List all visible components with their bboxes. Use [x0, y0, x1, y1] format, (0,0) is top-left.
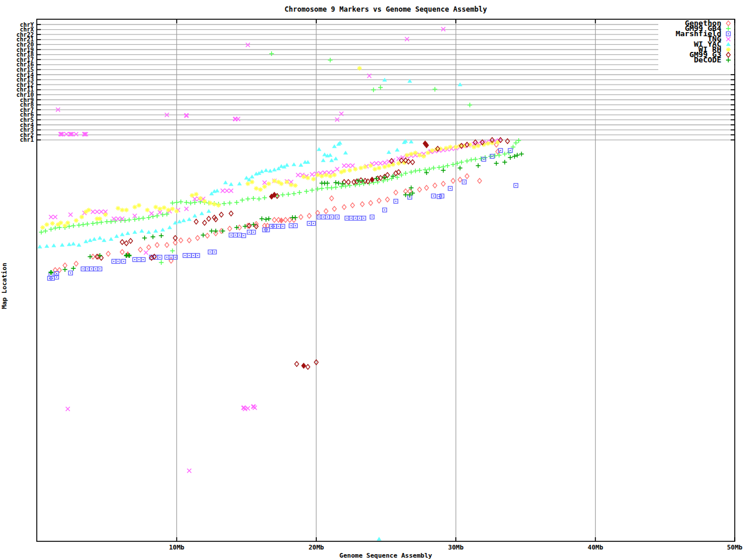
scatter-point — [167, 225, 172, 229]
scatter-point — [85, 267, 89, 271]
scatter-point — [264, 168, 268, 172]
scatter-point — [512, 154, 517, 159]
scatter-point — [246, 197, 250, 201]
scatter-point — [268, 169, 273, 173]
scatter-point — [382, 164, 387, 169]
scatter-point — [325, 186, 330, 190]
scatter-point — [441, 181, 445, 186]
scatter-point — [330, 215, 334, 219]
scatter-point — [124, 208, 129, 212]
scatter-point — [223, 180, 228, 184]
scatter-point — [132, 230, 137, 234]
scatter-point — [37, 244, 42, 249]
scatter-point — [476, 144, 480, 148]
scatter-point — [191, 254, 196, 258]
scatter-point — [430, 148, 434, 153]
scatter-point — [51, 243, 56, 247]
scatter-point — [458, 166, 462, 170]
gridlines — [37, 19, 735, 541]
scatter-point — [332, 144, 337, 148]
scatter-point — [519, 152, 524, 156]
scatter-point — [194, 219, 198, 224]
scatter-point — [377, 166, 382, 170]
scatter-point — [39, 230, 44, 235]
scatter-point — [62, 267, 67, 272]
scatter-point — [120, 250, 124, 254]
scatter-point — [170, 201, 175, 205]
scatter-point — [215, 188, 219, 192]
y-axis-label: Map Location — [1, 262, 8, 309]
scatter-point — [383, 208, 387, 212]
series-decode — [48, 152, 523, 275]
scatter-point — [514, 184, 518, 188]
scatter-point — [200, 211, 204, 215]
scatter-point — [246, 223, 250, 228]
scatter-point — [453, 145, 458, 149]
scatter-point — [88, 238, 92, 242]
scatter-point — [417, 187, 421, 192]
scatter-point — [205, 233, 210, 238]
plot-frame — [37, 19, 735, 541]
scatter-point — [155, 214, 159, 218]
scatter-point — [486, 141, 490, 146]
scatter-point — [207, 216, 211, 221]
scatter-point — [76, 243, 81, 247]
scatter-point — [212, 202, 217, 206]
scatter-point — [467, 103, 472, 107]
scatter-point — [50, 276, 54, 281]
scatter-point — [120, 208, 124, 212]
scatter-point — [425, 150, 430, 155]
scatter-point — [222, 201, 226, 206]
scatter-plot-canvas: chrYchrXchr22chr21chr20chr19chr18chr17ch… — [0, 0, 747, 560]
scatter-point — [225, 189, 229, 193]
scatter-point — [247, 223, 252, 228]
scatter-point — [319, 174, 324, 178]
scatter-point — [91, 210, 95, 214]
scatter-point — [181, 218, 186, 222]
scatter-point — [346, 164, 350, 168]
scatter-point — [252, 230, 256, 235]
scatter-point — [212, 250, 217, 254]
x-tick-label: 10Mb — [169, 544, 184, 551]
scatter-point — [377, 537, 382, 541]
scatter-point — [250, 180, 254, 184]
scatter-point — [451, 162, 455, 167]
scatter-point — [109, 237, 113, 241]
scatter-point — [378, 162, 382, 166]
scatter-point — [424, 186, 428, 190]
scatter-point — [324, 173, 329, 177]
scatter-point — [254, 186, 259, 191]
scatter-point — [372, 167, 377, 172]
scatter-point — [273, 225, 277, 229]
scatter-point — [71, 223, 76, 228]
scatter-point — [90, 221, 95, 226]
scatter-point — [207, 209, 211, 213]
scatter-point — [326, 215, 330, 219]
scatter-point — [444, 146, 448, 150]
scatter-point — [189, 201, 193, 205]
scatter-point — [137, 203, 141, 208]
scatter-point — [63, 263, 67, 268]
scatter-point — [44, 222, 49, 227]
scatter-point — [184, 200, 189, 205]
scatter-point — [145, 208, 149, 212]
scatter-point — [289, 224, 293, 228]
scatter-point — [262, 195, 267, 200]
plot-border — [37, 19, 735, 541]
scatter-point — [196, 254, 200, 258]
scatter-point — [203, 220, 207, 225]
scatter-point — [183, 254, 187, 258]
scatter-point — [386, 150, 391, 154]
scatter-point — [229, 182, 233, 186]
scatter-point — [196, 236, 200, 240]
scatter-points — [37, 27, 523, 541]
scatter-point — [281, 225, 285, 229]
scatter-point — [448, 187, 452, 191]
scatter-point — [235, 200, 239, 205]
scatter-point — [342, 205, 346, 209]
scatter-point — [66, 407, 70, 411]
scatter-point — [79, 215, 84, 219]
series-tng — [49, 27, 501, 473]
scatter-point — [342, 169, 347, 173]
scatter-point — [297, 190, 302, 195]
